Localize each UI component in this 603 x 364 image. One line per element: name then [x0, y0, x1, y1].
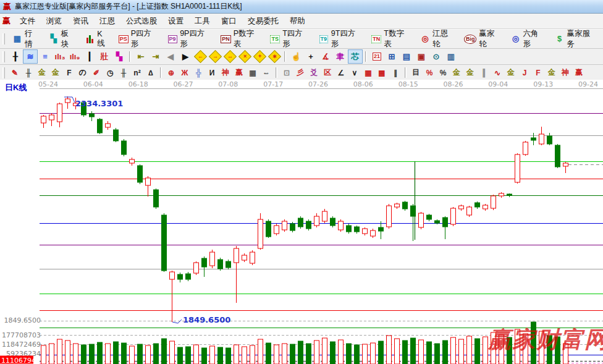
single-candle-button[interactable]: ┃ — [82, 49, 97, 64]
win-grid-button[interactable]: 赢 — [232, 66, 246, 80]
gold-angle-button[interactable]: 金 — [545, 66, 559, 80]
t-number-table-button[interactable]: TNT数字表 — [367, 27, 416, 51]
nine-p-square-button[interactable]: P99P四方形 — [163, 27, 216, 51]
pattern-button[interactable]: 壯 — [97, 49, 112, 64]
t-square-button[interactable]: TST四方形 — [266, 27, 314, 51]
kline-button[interactable]: K线 — [80, 28, 114, 50]
win-angle-button[interactable]: 赢 — [572, 66, 586, 80]
drag-hand-button[interactable]: ☝ — [289, 49, 303, 64]
menu-文件[interactable]: 文件 — [14, 15, 41, 28]
menu-公式选股[interactable]: 公式选股 — [120, 15, 162, 28]
gold-underline-button[interactable]: 金 — [504, 66, 518, 80]
pen-dots-button[interactable]: ✐ — [90, 66, 103, 80]
svg-text:06-04: 06-04 — [83, 80, 103, 88]
percent-line-button[interactable]: % — [423, 66, 436, 80]
gann-gold-1-button[interactable]: 金 — [35, 66, 49, 80]
page-next-button[interactable]: ▶ — [178, 49, 193, 64]
hexagon-button[interactable]: ◎六角形 — [507, 27, 550, 51]
gold-circle-button[interactable]: 金 — [450, 66, 463, 80]
red-grid-button[interactable]: ▦ — [361, 66, 375, 80]
x-fan-button[interactable]: 爻 — [307, 66, 321, 80]
menu-设置[interactable]: 设置 — [162, 15, 189, 28]
calendar-21-button[interactable]: 21 — [369, 49, 384, 64]
system-monitor-button[interactable]: ▥ — [444, 49, 458, 64]
draw-pen-button[interactable]: ✎ — [8, 66, 22, 80]
nine-p-square-label: 9P四方形 — [180, 28, 212, 49]
f-angle-button[interactable]: F — [531, 66, 545, 80]
gann-wheel-button[interactable]: ◎江恩轮 — [416, 27, 460, 51]
compass-button[interactable]: ⊕ — [164, 66, 178, 80]
gann-gold-2-button[interactable]: 金 — [49, 66, 62, 80]
winner-wheel-button[interactable]: Big赢家轮 — [460, 27, 507, 51]
compress-chart-button[interactable]: × — [237, 49, 252, 64]
angle-a-button[interactable]: ∆ — [144, 66, 158, 80]
expand-all-button[interactable]: + — [252, 49, 267, 64]
notes-button[interactable]: ▤ — [399, 49, 414, 64]
menu-交易委托[interactable]: 交易委托 — [242, 15, 284, 28]
red-grid-2-button[interactable]: ▩ — [375, 66, 389, 80]
zoom-right-button[interactable]: → — [208, 49, 222, 64]
p-number-table-button[interactable]: PNP数字表 — [216, 27, 266, 51]
calculator-button[interactable]: ⊞ — [384, 49, 399, 64]
bars-stat-button[interactable]: 目 — [409, 66, 423, 80]
menu-资讯[interactable]: 资讯 — [67, 15, 94, 28]
page-prev-button[interactable]: ◀ — [163, 49, 178, 64]
i-marker-button[interactable]: И — [205, 66, 219, 80]
pen-bars-button[interactable]: ║ — [477, 66, 491, 80]
menu-帮助[interactable]: 帮助 — [284, 15, 311, 28]
shen-grid-button[interactable]: 神 — [219, 66, 232, 80]
spiral-button[interactable]: の — [76, 66, 90, 80]
expand-horizontal-button[interactable]: ↔ — [222, 49, 237, 64]
span-arrows-button[interactable]: ⇔ — [259, 66, 273, 80]
sectors-button[interactable]: ▚板块 — [44, 27, 81, 51]
n-square-button[interactable]: n² — [130, 66, 144, 80]
gold-line-button[interactable]: 金 — [463, 66, 477, 80]
shen-angle-button[interactable]: 神 — [559, 66, 572, 80]
mark-tool-button[interactable]: 聿 — [333, 49, 348, 64]
ruler-2-button[interactable]: ╫ — [117, 66, 130, 80]
toolbar-draw: ✎╫金金Fの✐◷╫n²∆⊕Ж╬И神赢▦⇔⊡彡爻区∠∨▦▩∥目%%金金║∿金JF金… — [0, 65, 603, 81]
angle-measure-button[interactable]: ∡ — [318, 49, 333, 64]
svg-text:07-26: 07-26 — [308, 80, 328, 88]
first-page-button[interactable]: ⇤ — [133, 49, 148, 64]
volume-profile-button[interactable]: ▚ — [112, 49, 127, 64]
parallel-lines-button[interactable]: ∥ — [389, 66, 402, 80]
period-selector-button[interactable]: ╂ — [8, 49, 23, 64]
fan-lines-button[interactable]: 彡 — [293, 66, 307, 80]
menu-工具[interactable]: 工具 — [189, 15, 216, 28]
box-range-button[interactable]: ⊡ — [280, 66, 293, 80]
winner-service-button[interactable]: $赢家服务 — [550, 27, 602, 51]
menu-江恩[interactable]: 江恩 — [94, 15, 120, 28]
wave-3-button[interactable]: ılı₃ — [53, 49, 67, 64]
smart-analysis-button[interactable]: 芯 — [348, 49, 363, 64]
grid-fan-button[interactable]: 区 — [321, 66, 334, 80]
trend-angle-button[interactable]: ∠ — [334, 66, 348, 80]
fit-all-button[interactable]: ∗ — [267, 49, 282, 64]
save-button[interactable]: ▣ — [414, 49, 429, 64]
market-quotes-button[interactable]: ▦行情 — [8, 27, 44, 51]
nine-t-square-button[interactable]: T99T四方形 — [314, 27, 368, 51]
time-cycle-clock-button[interactable]: ◷ — [103, 66, 117, 80]
chart-panel[interactable]: 日K线 05-2406-0406-1806-2707-0807-1707-260… — [0, 80, 603, 364]
chart-type-button[interactable]: ≋ — [23, 49, 38, 64]
kline-chart[interactable]: 05-2406-0406-1806-2707-0807-1707-2608-06… — [0, 80, 603, 364]
screenshot-button[interactable]: ⊙ — [429, 49, 444, 64]
wave-line-button[interactable]: ∿ — [491, 66, 504, 80]
menu-浏览[interactable]: 浏览 — [41, 15, 67, 28]
wave-9-button[interactable]: ılı₉ — [67, 49, 82, 64]
last-page-button[interactable]: ⇥ — [148, 49, 163, 64]
grid-123-button[interactable]: ▦ — [246, 66, 259, 80]
percent-button[interactable]: % — [436, 66, 450, 80]
info-list-button[interactable]: ≡ — [38, 49, 53, 64]
menu-窗口[interactable]: 窗口 — [216, 15, 242, 28]
j-angle-button[interactable]: J — [518, 66, 531, 80]
star-grid-button[interactable]: Ж — [178, 66, 192, 80]
zoom-left-button[interactable]: ← — [193, 49, 208, 64]
p-square-button[interactable]: PSP四方形 — [114, 27, 163, 51]
v-lines-button[interactable]: ∨ — [348, 66, 361, 80]
crosshair-button[interactable]: + — [303, 49, 318, 64]
dot-grid-button[interactable]: ╬ — [192, 66, 205, 80]
f-ruler-button[interactable]: F — [62, 66, 76, 80]
ruler-horizontal-button[interactable]: ╫ — [22, 66, 35, 80]
annotations: 2334.33011849.6500 — [64, 97, 230, 324]
